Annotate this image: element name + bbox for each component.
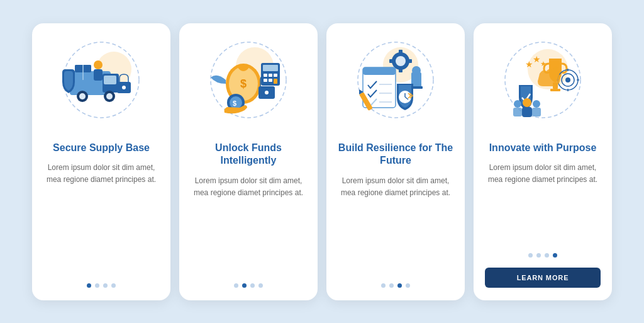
card-1-illustration: [51, 35, 152, 135]
svg-rect-75: [532, 108, 541, 116]
card-1-dots: [87, 283, 116, 288]
svg-rect-15: [94, 69, 103, 81]
svg-rect-71: [522, 107, 532, 117]
svg-rect-4: [104, 76, 116, 84]
svg-point-23: [265, 91, 269, 94]
svg-point-62: [565, 77, 570, 82]
card-4-dots: [528, 253, 557, 258]
card-1-body: Lorem ipsum dolor sit dim amet, mea regi…: [43, 162, 159, 273]
svg-rect-25: [263, 65, 278, 71]
card-4-illustration: ★ ★ ★: [492, 35, 593, 135]
svg-point-13: [122, 86, 126, 89]
dot-1-3: [103, 283, 108, 288]
svg-rect-26: [264, 74, 267, 77]
svg-rect-39: [399, 50, 402, 55]
card-build-resilience: Build Resilience for The Future Lorem ip…: [326, 23, 465, 300]
svg-text:$: $: [240, 77, 247, 90]
svg-point-70: [523, 98, 531, 107]
dot-3-2: [389, 283, 394, 288]
card-2-illustration: $ $ $: [198, 35, 299, 135]
dot-3-3: [397, 283, 402, 288]
dot-2-4: [258, 283, 263, 288]
card-1-title: Secure Supply Base: [53, 142, 150, 155]
card-2-title: Unlock Funds Intelligently: [191, 142, 306, 168]
card-3-title: Build Resilience for The Future: [338, 142, 453, 168]
dot-1-4: [111, 283, 116, 288]
dot-4-2: [536, 253, 541, 258]
svg-rect-29: [264, 79, 267, 82]
svg-rect-47: [363, 67, 396, 75]
dot-4-3: [545, 253, 549, 258]
dot-4-4: [553, 253, 557, 258]
card-innovate-purpose: ★ ★ ★ Innovate with Purpose Lorem ipsum …: [474, 23, 612, 300]
dot-1-2: [95, 283, 99, 288]
svg-point-74: [533, 100, 540, 108]
svg-point-44: [412, 66, 421, 75]
svg-point-14: [94, 60, 103, 69]
dot-1-1: [87, 283, 91, 288]
card-4-title: Innovate with Purpose: [489, 142, 597, 155]
svg-text:$: $: [233, 99, 236, 107]
learn-more-button[interactable]: LEARN MORE: [485, 268, 601, 288]
dot-2-1: [234, 283, 238, 288]
svg-point-72: [514, 100, 521, 108]
svg-rect-27: [269, 74, 272, 77]
svg-point-6: [79, 93, 86, 99]
card-4-body: Lorem ipsum dolor sit dim amet, mea regi…: [485, 162, 601, 242]
card-3-illustration: [345, 35, 446, 135]
dot-2-3: [250, 283, 255, 288]
svg-rect-31: [274, 79, 277, 84]
dot-3-4: [406, 283, 410, 288]
svg-rect-59: [550, 89, 560, 91]
card-3-body: Lorem ipsum dolor sit dim amet, mea regi…: [338, 175, 453, 273]
card-2-dots: [234, 283, 263, 288]
card-secure-supply: Secure Supply Base Lorem ipsum dolor sit…: [32, 23, 170, 300]
svg-rect-41: [407, 59, 412, 63]
card-3-dots: [381, 283, 410, 288]
card-unlock-funds: $ $ $: [179, 23, 318, 300]
svg-point-8: [106, 93, 113, 99]
svg-rect-40: [399, 67, 402, 72]
svg-rect-42: [389, 59, 394, 63]
svg-point-38: [396, 56, 406, 66]
dot-3-1: [381, 283, 386, 288]
svg-rect-73: [513, 108, 522, 116]
svg-text:★: ★: [540, 60, 547, 67]
card-2-body: Lorem ipsum dolor sit dim amet, mea regi…: [191, 175, 306, 273]
dot-4-1: [528, 253, 533, 258]
cards-container: Secure Supply Base Lorem ipsum dolor sit…: [17, 11, 627, 313]
dot-2-2: [242, 283, 247, 288]
svg-rect-30: [269, 79, 272, 82]
svg-rect-28: [274, 74, 277, 77]
